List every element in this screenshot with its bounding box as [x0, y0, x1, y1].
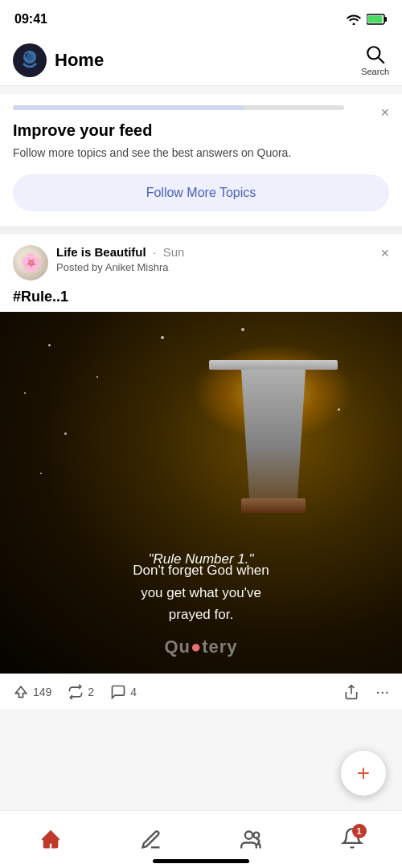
svg-point-8: [244, 831, 252, 838]
post-rule-tag: #Rule..1: [0, 280, 402, 312]
space-name: Life is Beautiful: [56, 245, 146, 259]
external-share-action[interactable]: [343, 684, 359, 700]
fab-button[interactable]: +: [341, 751, 386, 796]
svg-point-6: [367, 47, 379, 59]
search-label: Search: [361, 67, 389, 76]
comment-count: 4: [130, 686, 137, 698]
post-image: "Rule Number 1." Don't forget God whenyo…: [0, 312, 402, 674]
improve-feed-card: × Improve your feed Follow more topics a…: [0, 94, 402, 226]
post-meta: Life is Beautiful · Sun Posted by Aniket…: [56, 245, 389, 273]
post-by: Posted by Aniket Mishra: [56, 261, 389, 273]
more-options-button[interactable]: ···: [375, 682, 389, 701]
svg-rect-1: [384, 17, 387, 22]
status-icons: [346, 14, 388, 25]
close-post-button[interactable]: ×: [380, 245, 389, 262]
improve-feed-title: Improve your feed: [13, 121, 389, 140]
search-button[interactable]: Search: [361, 44, 389, 76]
svg-rect-2: [368, 16, 383, 23]
notification-badge: 1: [352, 824, 367, 838]
status-bar: 09:41: [0, 0, 402, 35]
progress-bar-fill: [13, 105, 244, 110]
page-title: Home: [55, 50, 104, 71]
post-time: Sun: [163, 245, 185, 259]
nav-notifications[interactable]: 1: [302, 811, 402, 868]
progress-bar-wrapper: [13, 105, 344, 110]
post-card: 🌸 Life is Beautiful · Sun Posted by Anik…: [0, 234, 402, 709]
svg-point-9: [253, 832, 259, 837]
post-header: 🌸 Life is Beautiful · Sun Posted by Anik…: [0, 234, 402, 280]
app-logo: [13, 43, 47, 77]
status-time: 09:41: [14, 12, 47, 27]
improve-feed-description: Follow more topics and see the best answ…: [13, 145, 389, 162]
share-action[interactable]: 2: [68, 684, 94, 700]
svg-point-5: [27, 54, 33, 60]
follow-more-topics-button[interactable]: Follow More Topics: [13, 174, 389, 211]
close-improve-card-button[interactable]: ×: [380, 105, 389, 120]
home-indicator: [153, 859, 249, 863]
wifi-icon: [346, 14, 362, 25]
upvote-action[interactable]: 149: [13, 684, 51, 700]
post-brand-watermark: Qu●tery: [164, 637, 237, 657]
battery-icon: [367, 14, 388, 25]
share-count: 2: [88, 686, 94, 698]
avatar: 🌸: [13, 245, 48, 280]
post-actions: 149 2 4 ···: [0, 674, 402, 709]
post-quote-body: Don't forget God whenyou get what you've…: [16, 559, 386, 625]
section-divider: [0, 226, 402, 234]
upvote-count: 149: [33, 686, 51, 698]
comment-action[interactable]: 4: [110, 684, 137, 700]
header-left: Home: [13, 43, 104, 77]
svg-line-7: [378, 58, 384, 63]
nav-home[interactable]: [0, 811, 100, 868]
app-header: Home Search: [0, 35, 402, 86]
